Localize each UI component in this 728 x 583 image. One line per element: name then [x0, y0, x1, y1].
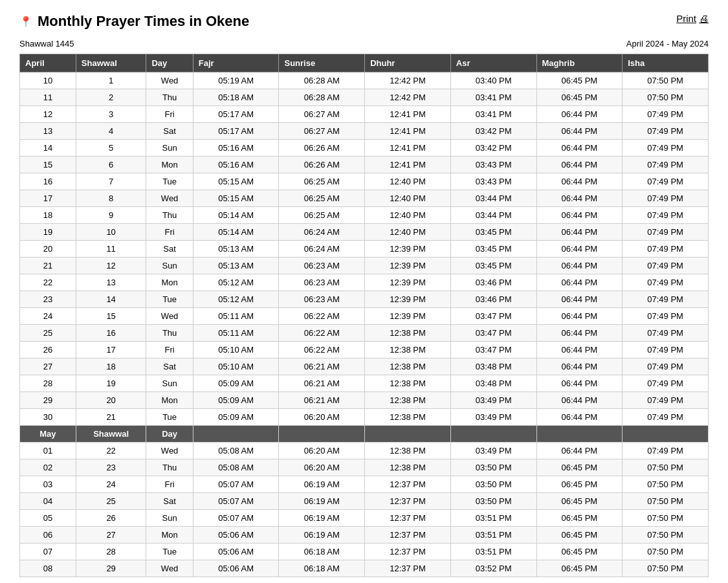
table-cell: 3: [76, 106, 146, 123]
table-cell: 12:39 PM: [365, 241, 451, 258]
table-cell: 06:44 PM: [536, 157, 623, 173]
table-cell: 03:42 PM: [450, 123, 536, 140]
table-cell: 03:51 PM: [450, 527, 536, 544]
table-cell: 12:39 PM: [365, 308, 451, 325]
may-section-header: MayShawwalDay: [20, 426, 709, 443]
table-cell: 06:22 AM: [279, 325, 365, 342]
table-cell: 07:50 PM: [623, 72, 709, 89]
table-row: 0526Sun05:07 AM06:19 AM12:37 PM03:51 PM0…: [20, 510, 709, 527]
table-cell: 02: [20, 459, 76, 476]
table-cell: 12: [76, 258, 146, 274]
col-header-asr: Asr: [450, 54, 536, 72]
table-cell: 06:20 AM: [279, 409, 365, 426]
table-row: 0829Wed05:06 AM06:18 AM12:37 PM03:52 PM0…: [20, 560, 709, 577]
table-cell: 06:44 PM: [536, 325, 623, 342]
table-cell: 03:40 PM: [450, 72, 536, 89]
table-cell: 12:41 PM: [365, 106, 451, 123]
table-cell: 12:37 PM: [365, 560, 451, 577]
table-cell: 05:07 AM: [193, 476, 279, 493]
location-icon: 📍: [19, 16, 32, 28]
table-cell: 05:09 AM: [193, 409, 279, 426]
empty-cell: [450, 426, 536, 443]
table-cell: Wed: [146, 72, 193, 89]
table-cell: 12:37 PM: [365, 527, 451, 544]
table-cell: 13: [76, 274, 146, 291]
table-cell: 05:17 AM: [193, 106, 279, 123]
table-cell: 07: [20, 544, 76, 560]
table-cell: 06:19 AM: [279, 493, 365, 510]
table-row: 2819Sun05:09 AM06:21 AM12:38 PM03:48 PM0…: [20, 375, 709, 392]
table-row: 2112Sun05:13 AM06:23 AM12:39 PM03:45 PM0…: [20, 258, 709, 274]
table-cell: Fri: [146, 342, 193, 358]
print-button[interactable]: Print 🖨: [676, 13, 709, 24]
table-cell: 07:49 PM: [623, 140, 709, 157]
table-cell: 12:38 PM: [365, 392, 451, 409]
table-cell: 07:50 PM: [623, 476, 709, 493]
table-cell: 06:45 PM: [536, 89, 623, 106]
table-cell: 05:15 AM: [193, 190, 279, 207]
empty-cell: [193, 426, 279, 443]
table-cell: 25: [76, 493, 146, 510]
table-row: 167Tue05:15 AM06:25 AM12:40 PM03:43 PM06…: [20, 173, 709, 190]
table-cell: 16: [20, 173, 76, 190]
table-cell: 6: [76, 157, 146, 173]
table-cell: 06:45 PM: [536, 560, 623, 577]
page-title: Monthly Prayer Times in Okene: [38, 13, 249, 30]
table-cell: 06:44 PM: [536, 308, 623, 325]
table-cell: 12:40 PM: [365, 224, 451, 241]
table-cell: 05:07 AM: [193, 493, 279, 510]
table-cell: 03:48 PM: [450, 358, 536, 375]
table-cell: Sat: [146, 358, 193, 375]
table-cell: 05:15 AM: [193, 173, 279, 190]
table-cell: Wed: [146, 443, 193, 459]
table-cell: 12:39 PM: [365, 291, 451, 308]
table-cell: 5: [76, 140, 146, 157]
table-cell: 05:13 AM: [193, 241, 279, 258]
table-row: 134Sat05:17 AM06:27 AM12:41 PM03:42 PM06…: [20, 123, 709, 140]
table-cell: 12:40 PM: [365, 173, 451, 190]
table-cell: 28: [20, 375, 76, 392]
table-cell: 06:44 PM: [536, 140, 623, 157]
table-cell: 06: [20, 527, 76, 544]
table-cell: 06:44 PM: [536, 392, 623, 409]
table-cell: 07:49 PM: [623, 207, 709, 224]
table-cell: 06:44 PM: [536, 106, 623, 123]
table-cell: 17: [76, 342, 146, 358]
table-cell: 05:12 AM: [193, 274, 279, 291]
table-cell: 06:23 AM: [279, 274, 365, 291]
table-cell: 04: [20, 493, 76, 510]
table-cell: 11: [20, 89, 76, 106]
table-cell: 05:14 AM: [193, 224, 279, 241]
table-cell: 12:39 PM: [365, 258, 451, 274]
table-cell: 06:44 PM: [536, 207, 623, 224]
table-cell: 06:28 AM: [279, 89, 365, 106]
table-cell: 06:44 PM: [536, 358, 623, 375]
table-cell: 06:19 AM: [279, 476, 365, 493]
table-cell: 03:52 PM: [450, 560, 536, 577]
table-cell: 03:41 PM: [450, 106, 536, 123]
table-row: 112Thu05:18 AM06:28 AM12:42 PM03:41 PM06…: [20, 89, 709, 106]
col-header-day: Day: [146, 54, 193, 72]
table-cell: 03:50 PM: [450, 493, 536, 510]
table-cell: 12:42 PM: [365, 72, 451, 89]
table-cell: 06:24 AM: [279, 224, 365, 241]
table-cell: 18: [20, 207, 76, 224]
table-cell: 06:45 PM: [536, 72, 623, 89]
table-cell: 06:25 AM: [279, 190, 365, 207]
table-cell: 07:49 PM: [623, 375, 709, 392]
table-cell: 07:50 PM: [623, 510, 709, 527]
table-cell: 12:38 PM: [365, 443, 451, 459]
table-cell: 07:49 PM: [623, 106, 709, 123]
table-cell: Sat: [146, 123, 193, 140]
table-header-row: April Shawwal Day Fajr Sunrise Dhuhr Asr…: [20, 54, 709, 72]
table-cell: 06:26 AM: [279, 140, 365, 157]
table-cell: 03:45 PM: [450, 224, 536, 241]
table-cell: 05:09 AM: [193, 392, 279, 409]
table-cell: 07:49 PM: [623, 190, 709, 207]
table-cell: 10: [20, 72, 76, 89]
table-cell: 06:21 AM: [279, 375, 365, 392]
table-cell: 07:49 PM: [623, 409, 709, 426]
table-row: 2617Fri05:10 AM06:22 AM12:38 PM03:47 PM0…: [20, 342, 709, 358]
table-cell: 05:14 AM: [193, 207, 279, 224]
table-cell: 06:27 AM: [279, 106, 365, 123]
